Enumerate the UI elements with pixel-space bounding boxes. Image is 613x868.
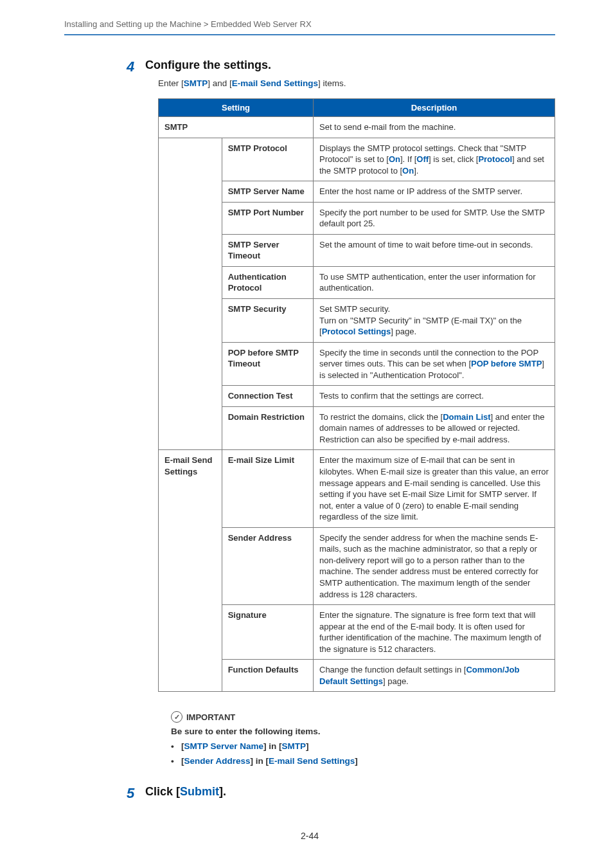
inline-link[interactable]: On [402, 166, 414, 176]
inline-link[interactable]: Protocol Settings [322, 327, 391, 336]
setting-email-send: E-mail Send Settings [159, 450, 222, 692]
setting-name: POP before SMTP Timeout [222, 342, 313, 386]
description-cell: Change the function default settings in … [314, 660, 555, 692]
setting-name: Domain Restriction [222, 406, 313, 450]
divider [64, 34, 555, 35]
setting-name: E-mail Size Limit [222, 450, 313, 527]
description-cell: Enter the signature. The signature is fr… [314, 605, 555, 660]
bullet-item: •[Sender Address] in [E-mail Send Settin… [171, 756, 555, 766]
setting-name: Function Defaults [222, 660, 313, 692]
inline-link[interactable]: E-mail Send Settings [269, 756, 355, 766]
inline-link[interactable]: Sender Address [184, 756, 251, 766]
link-smtp[interactable]: SMTP [184, 78, 208, 88]
description-cell: Set SMTP security.Turn on "SMTP Security… [314, 299, 555, 343]
link-email-send-settings[interactable]: E-mail Send Settings [232, 78, 318, 88]
setting-name: Connection Test [222, 386, 313, 407]
description-cell: To use SMTP authentication, enter the us… [314, 266, 555, 298]
setting-name: SMTP Server Name [222, 181, 313, 203]
description-cell: Specify the port number to be used for S… [314, 202, 555, 234]
step-number-5: 5 [122, 785, 139, 800]
setting-name: SMTP Server Timeout [222, 234, 313, 266]
inline-link[interactable]: SMTP Server Name [184, 741, 264, 751]
step-4-title: Configure the settings. [145, 59, 555, 72]
inline-link[interactable]: Protocol [478, 154, 512, 164]
col-description: Description [314, 99, 555, 117]
description-cell: Enter the host name or IP address of the… [314, 181, 555, 203]
inline-link[interactable]: On [389, 154, 400, 164]
setting-name: SMTP Security [222, 299, 313, 343]
step-4-intro: Enter [SMTP] and [E-mail Send Settings] … [158, 78, 555, 88]
description-cell: Enter the maximum size of E-mail that ca… [314, 450, 555, 527]
description-cell: Specify the time in seconds until the co… [314, 342, 555, 386]
breadcrumb: Installing and Setting up the Machine > … [64, 19, 555, 34]
setting-name: Sender Address [222, 527, 313, 604]
description-cell: Set to send e-mail from the machine. [314, 117, 555, 138]
setting-name: SMTP Port Number [222, 202, 313, 234]
inline-link[interactable]: SMTP [282, 741, 306, 751]
settings-table: Setting Description SMTPSet to send e-ma… [158, 98, 555, 692]
step-5-title: Click [Submit]. [145, 785, 555, 799]
description-cell: Specify the sender address for when the … [314, 527, 555, 604]
col-setting: Setting [159, 99, 314, 117]
step-number-4: 4 [122, 59, 139, 74]
check-icon: ✓ [171, 711, 182, 723]
inline-link[interactable]: Domain List [443, 412, 490, 422]
setting-name: Authentication Protocol [222, 266, 313, 298]
description-cell: Displays the SMTP protocol settings. Che… [314, 138, 555, 181]
inline-link[interactable]: Common/Job Default Settings [319, 665, 519, 686]
important-box: ✓ IMPORTANT Be sure to enter the followi… [171, 711, 555, 766]
description-cell: To restrict the domains, click the [Doma… [314, 406, 555, 450]
page-number: 2-44 [64, 831, 555, 841]
important-label: IMPORTANT [186, 712, 235, 722]
inline-link[interactable]: POP before SMTP [471, 359, 542, 368]
description-cell: Tests to confirm that the settings are c… [314, 386, 555, 407]
description-cell: Set the amount of time to wait before ti… [314, 234, 555, 266]
link-submit[interactable]: Submit [180, 785, 219, 798]
setting-name: SMTP Protocol [222, 138, 313, 181]
inline-link[interactable]: Off [416, 154, 429, 164]
bullet-item: •[SMTP Server Name] in [SMTP] [171, 741, 555, 751]
important-line: Be sure to enter the following items. [171, 727, 555, 736]
setting-name: Signature [222, 605, 313, 660]
setting-smtp: SMTP [159, 117, 314, 138]
section-spacer [159, 138, 222, 450]
